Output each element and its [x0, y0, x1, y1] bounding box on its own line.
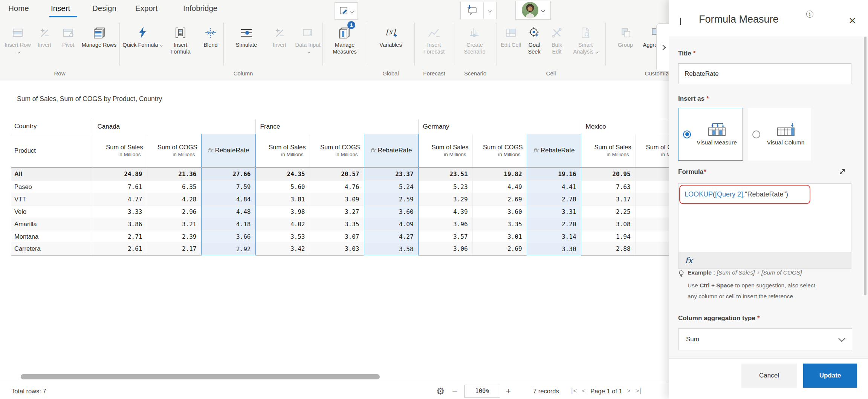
- cell[interactable]: 3.53: [255, 230, 310, 243]
- settings-button[interactable]: ⚙: [436, 383, 445, 399]
- row-label[interactable]: All: [11, 167, 93, 181]
- quick-formula-button[interactable]: Quick Formula: [122, 23, 162, 66]
- row-label[interactable]: Montana: [11, 230, 93, 243]
- cell[interactable]: 3.30: [527, 243, 581, 255]
- cell[interactable]: [635, 206, 669, 218]
- cell[interactable]: 2.20: [527, 218, 581, 230]
- cell[interactable]: 3.42: [255, 243, 310, 255]
- horizontal-scrollbar[interactable]: [21, 374, 380, 379]
- cell[interactable]: 2.96: [147, 206, 201, 218]
- country-header-canada[interactable]: Canada: [93, 119, 255, 134]
- cell[interactable]: 3.03: [310, 243, 364, 255]
- cell[interactable]: 23.51: [418, 167, 472, 181]
- cell[interactable]: 5.23: [418, 181, 472, 193]
- cell[interactable]: 2.61: [93, 243, 147, 255]
- cell[interactable]: 3.60: [364, 206, 418, 218]
- cell[interactable]: 4.76: [310, 181, 364, 193]
- row-label[interactable]: VTT: [11, 193, 93, 206]
- blend-button[interactable]: Blend: [199, 23, 222, 66]
- cell[interactable]: 24.35: [255, 167, 310, 181]
- tab-infobridge[interactable]: Infobridge: [183, 4, 217, 13]
- cell[interactable]: 2.59: [364, 193, 418, 206]
- cell[interactable]: 4.41: [527, 181, 581, 193]
- cell[interactable]: 4.84: [201, 193, 255, 206]
- cell[interactable]: 3.07: [310, 230, 364, 243]
- next-page-button[interactable]: >: [627, 387, 631, 395]
- cell[interactable]: 3.35: [472, 218, 527, 230]
- cell[interactable]: 3.31: [527, 206, 581, 218]
- formula-highlight[interactable]: LOOKUP([Query 2], "RebateRate"): [679, 185, 810, 204]
- country-header-mexico[interactable]: Mexico: [581, 119, 669, 134]
- cell[interactable]: 3.57: [418, 230, 472, 243]
- manage-rows-button[interactable]: Manage Rows: [81, 23, 117, 66]
- cell[interactable]: 19.16: [527, 167, 581, 181]
- cell[interactable]: 2.92: [201, 243, 255, 255]
- cell[interactable]: [635, 243, 669, 255]
- cell[interactable]: 27.66: [201, 167, 255, 181]
- cell[interactable]: 2.25: [581, 206, 635, 218]
- corner-country[interactable]: Country: [11, 119, 93, 134]
- country-header-germany[interactable]: Germany: [418, 119, 581, 134]
- cell[interactable]: 3.33: [93, 206, 147, 218]
- corner-product[interactable]: Product: [11, 134, 93, 167]
- variables-button[interactable]: [x] Variables: [371, 23, 410, 66]
- cell[interactable]: 7.61: [93, 181, 147, 193]
- cell[interactable]: 4.49: [472, 181, 527, 193]
- cancel-button[interactable]: Cancel: [741, 364, 797, 388]
- cell[interactable]: 24.89: [93, 167, 147, 181]
- prev-page-button[interactable]: <: [582, 387, 586, 395]
- cell[interactable]: 4.48: [201, 206, 255, 218]
- title-input[interactable]: RebateRate: [678, 63, 851, 84]
- goal-seek-button[interactable]: Goal Seek: [523, 23, 546, 66]
- cell[interactable]: 4.77: [93, 193, 147, 206]
- fx-toolbar[interactable]: fx: [679, 252, 851, 269]
- cell[interactable]: 3.06: [418, 243, 472, 255]
- zoom-out-button[interactable]: −: [452, 383, 457, 399]
- column-header-rebaterate[interactable]: fxRebateRate: [527, 134, 581, 167]
- cell[interactable]: 3.21: [147, 218, 201, 230]
- cell[interactable]: 2.71: [93, 230, 147, 243]
- column-header[interactable]: Sum of COGSin Millions: [147, 134, 201, 167]
- info-icon[interactable]: i: [806, 11, 813, 18]
- cell[interactable]: [635, 167, 669, 181]
- cell[interactable]: 4.02: [255, 218, 310, 230]
- cell[interactable]: 2.69: [472, 193, 527, 206]
- comment-dropdown[interactable]: [483, 2, 496, 19]
- zoom-in-button[interactable]: +: [506, 383, 511, 399]
- cell[interactable]: 4.27: [364, 230, 418, 243]
- last-page-button[interactable]: >|: [636, 387, 642, 395]
- cell[interactable]: 3.09: [310, 193, 364, 206]
- option-visual-column[interactable]: Visual Column: [748, 108, 811, 161]
- column-header[interactable]: Sum of Salesin Millions: [255, 134, 310, 167]
- cell[interactable]: 3.81: [255, 193, 310, 206]
- simulate-button[interactable]: Simulate: [228, 23, 264, 66]
- aggregation-select[interactable]: Sum: [678, 328, 852, 350]
- cell[interactable]: 3.60: [472, 206, 527, 218]
- close-button[interactable]: ×: [849, 14, 856, 26]
- account-menu-button[interactable]: [515, 1, 551, 20]
- zoom-level-input[interactable]: 100%: [464, 385, 500, 397]
- panel-collapse-button[interactable]: [656, 23, 669, 72]
- cell[interactable]: 4.09: [364, 218, 418, 230]
- cell[interactable]: 23.37: [364, 167, 418, 181]
- cell[interactable]: [635, 218, 669, 230]
- tab-insert[interactable]: Insert: [51, 4, 70, 13]
- insert-formula-button[interactable]: Insert Formula: [164, 23, 197, 66]
- edit-report-button[interactable]: [335, 2, 358, 20]
- column-header[interactable]: Sum of COGSin Millions: [310, 134, 364, 167]
- cell[interactable]: 3.58: [364, 243, 418, 255]
- manage-measures-button[interactable]: 1 Manage Measures: [325, 23, 365, 66]
- cell[interactable]: [635, 193, 669, 206]
- cell[interactable]: 2.69: [472, 243, 527, 255]
- row-label[interactable]: Paseo: [11, 181, 93, 193]
- formula-edit-area[interactable]: LOOKUP([Query 2], "RebateRate"): [679, 184, 851, 252]
- tab-export[interactable]: Export: [135, 4, 157, 13]
- cell[interactable]: 7.63: [581, 181, 635, 193]
- row-label[interactable]: Carretera: [11, 243, 93, 255]
- column-header[interactable]: Sum of Salesin Millions: [418, 134, 472, 167]
- cell[interactable]: 2.88: [581, 243, 635, 255]
- cell[interactable]: 6.35: [147, 181, 201, 193]
- column-header-rebaterate[interactable]: fxRebateRate: [364, 134, 418, 167]
- option-visual-measure[interactable]: Visual Measure: [678, 108, 743, 161]
- cell[interactable]: [635, 230, 669, 243]
